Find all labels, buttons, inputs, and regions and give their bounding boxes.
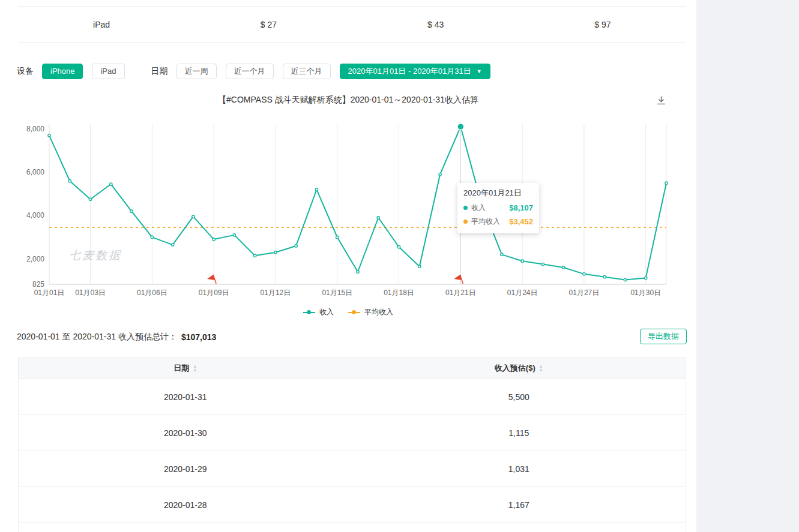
table-row: 2020-01-29 1,031: [19, 451, 686, 487]
chart-title: 【#COMPASS 战斗天赋解析系统】2020-01-01～2020-01-31…: [0, 95, 696, 106]
sort-icons: ▲ ▼: [193, 365, 197, 372]
date-preset-week-button[interactable]: 近一周: [176, 64, 217, 79]
table-row: 2020-01-31 5,500: [19, 379, 686, 415]
svg-text:01月03日: 01月03日: [75, 288, 106, 297]
svg-text:01月01日: 01月01日: [34, 288, 65, 297]
svg-text:01月12日: 01月12日: [261, 288, 291, 297]
device-label: 设备: [17, 66, 34, 77]
date-label: 日期: [151, 66, 168, 77]
date-preset-3months-button[interactable]: 近三个月: [283, 64, 331, 79]
page: iPad $ 27 $ 43 $ 97 设备 iPhone iPad 日期 近一…: [0, 0, 799, 532]
table-row: 2020-01-30 1,115: [19, 415, 686, 451]
summary-total: $107,013: [181, 332, 216, 342]
series-revenue-dot-icon: [463, 206, 468, 210]
svg-text:8,000: 8,000: [26, 125, 44, 133]
table-cell-value-2: $ 43: [352, 20, 519, 29]
cell-revenue: 1,031: [352, 464, 686, 474]
sort-asc-icon: ▲: [193, 365, 197, 368]
header-date-label: 日期: [173, 363, 189, 374]
cell-date: 2020-01-31: [19, 392, 352, 402]
page-background-gutter: [696, 0, 799, 532]
revenue-chart: 8252,0004,0006,0008,00001月01日01月03日01月06…: [0, 117, 696, 303]
tooltip-revenue-value: $8,107: [509, 203, 533, 212]
chart-legend: 收入 平均收入: [0, 307, 696, 317]
svg-text:825: 825: [32, 280, 44, 288]
cell-date: 2020-01-28: [19, 500, 352, 510]
series-average-dot-icon: [463, 220, 468, 224]
tooltip-row-revenue: 收入 $8,107: [463, 201, 533, 215]
table-header-revenue[interactable]: 收入预估($) ▲ ▼: [352, 363, 686, 374]
summary-text: 2020-01-01 至 2020-01-31 收入预估总计：: [17, 332, 177, 342]
legend-marker-average-icon: [348, 312, 360, 313]
sort-asc-icon: ▲: [539, 365, 543, 368]
tooltip-date: 2020年01月21日: [463, 188, 533, 199]
tooltip-average-label: 平均收入: [471, 217, 500, 227]
date-range-value: 2020年01月01日 - 2020年01月31日: [348, 64, 471, 79]
tooltip-average-value: $3,452: [509, 217, 533, 226]
svg-text:4,000: 4,000: [26, 211, 44, 220]
cell-revenue: 5,500: [352, 392, 686, 402]
legend-item-average[interactable]: 平均收入: [348, 307, 393, 317]
chart-tooltip: 2020年01月21日 收入 $8,107 平均收入 $3,452: [457, 183, 539, 233]
revenue-table: 日期 ▲ ▼ 收入预估($) ▲ ▼ 2020-01-31 5,500 2020…: [18, 357, 686, 532]
legend-item-revenue[interactable]: 收入: [303, 307, 334, 317]
sort-desc-icon: ▼: [193, 369, 197, 372]
sort-desc-icon: ▼: [539, 369, 543, 372]
svg-text:01月06日: 01月06日: [137, 288, 167, 297]
table-row: 2020-01-28 1,167: [19, 487, 686, 523]
filter-bar: 设备 iPhone iPad 日期 近一周 近一个月 近三个月 2020年01月…: [17, 64, 490, 79]
table-cell-value-3: $ 97: [519, 20, 686, 29]
legend-label-average: 平均收入: [364, 307, 393, 317]
export-data-button[interactable]: 导出数据: [640, 329, 687, 344]
svg-text:6,000: 6,000: [26, 168, 44, 176]
svg-text:2,000: 2,000: [26, 255, 44, 263]
table-cell-value-1: $ 27: [185, 20, 352, 29]
svg-text:01月18日: 01月18日: [384, 288, 414, 297]
legend-marker-revenue-icon: [303, 312, 315, 313]
svg-text:01月27日: 01月27日: [569, 288, 600, 297]
table-cell-device: iPad: [18, 20, 185, 29]
cell-date: 2020-01-30: [19, 428, 352, 438]
legend-label-revenue: 收入: [319, 307, 334, 317]
cell-date: 2020-01-29: [19, 464, 352, 474]
device-button-ipad[interactable]: iPad: [92, 64, 124, 79]
svg-text:01月21日: 01月21日: [445, 288, 476, 297]
date-preset-month-button[interactable]: 近一个月: [226, 64, 274, 79]
header-revenue-label: 收入预估($): [495, 363, 535, 374]
sort-icons: ▲ ▼: [539, 365, 543, 372]
chart-header: 【#COMPASS 战斗天赋解析系统】2020-01-01～2020-01-31…: [0, 95, 696, 106]
revenue-chart-canvas[interactable]: 8252,0004,0006,0008,00001月01日01月03日01月06…: [0, 117, 696, 303]
chevron-down-icon: ▼: [477, 69, 482, 74]
svg-text:01月24日: 01月24日: [507, 288, 538, 297]
svg-text:01月15日: 01月15日: [322, 288, 352, 297]
cell-revenue: 1,115: [352, 428, 686, 438]
device-summary-table: iPad $ 27 $ 43 $ 97: [18, 6, 686, 43]
table-header-row: 日期 ▲ ▼ 收入预估($) ▲ ▼: [19, 358, 686, 379]
tooltip-row-average: 平均收入 $3,452: [463, 215, 533, 229]
svg-text:01月09日: 01月09日: [199, 288, 229, 297]
date-range-picker[interactable]: 2020年01月01日 - 2020年01月31日 ▼: [340, 64, 490, 79]
watermark: 七麦数据: [69, 248, 122, 263]
device-button-iphone[interactable]: iPhone: [42, 64, 83, 79]
download-icon[interactable]: [656, 95, 666, 107]
summary-bar: 2020-01-01 至 2020-01-31 收入预估总计： $107,013…: [17, 329, 687, 345]
svg-text:01月30日: 01月30日: [630, 288, 661, 297]
tooltip-revenue-label: 收入: [471, 203, 486, 213]
table-header-date[interactable]: 日期 ▲ ▼: [19, 363, 352, 374]
table-row-partial: [19, 523, 686, 532]
cell-revenue: 1,167: [352, 500, 686, 510]
